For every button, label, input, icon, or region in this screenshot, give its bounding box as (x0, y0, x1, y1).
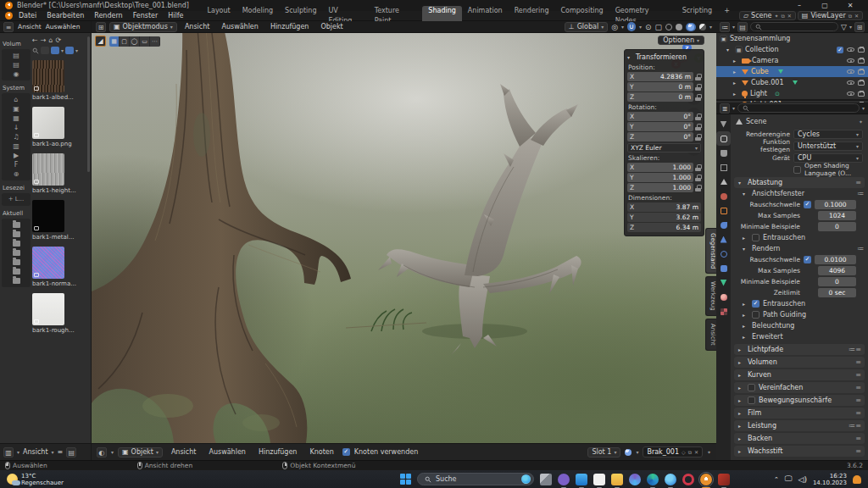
renderengine-dropdown[interactable]: Cycles▾ (793, 130, 863, 139)
store-app-icon[interactable] (593, 474, 605, 485)
desktop-icon[interactable]: ▣ (13, 105, 19, 113)
preset-icon[interactable]: ≔ ≡ (849, 346, 860, 353)
tab-object-data[interactable] (719, 278, 728, 287)
maximize-button[interactable]: ▢ (812, 0, 837, 11)
section-volumes[interactable]: Volum (3, 41, 31, 47)
file-browser-editor-icon[interactable]: ≡ (3, 22, 14, 32)
section-volumen[interactable]: ▸ Volumen ≡ (734, 357, 865, 368)
menu-datei[interactable]: Datei (14, 11, 41, 21)
path-guiding-checkbox[interactable]: ✓ (752, 311, 760, 319)
file-item[interactable]: bark1-albed... (32, 60, 84, 101)
filter-funnel-icon[interactable]: ▽ (841, 23, 847, 31)
pin-icon[interactable]: ✦ (859, 119, 863, 125)
drag-handle-icon[interactable]: ≡ (855, 409, 860, 417)
subsection-render[interactable]: ▾ Rendern ≔ (731, 243, 868, 254)
new-collection-icon[interactable]: ⊞ (854, 22, 865, 32)
outliner-row-camera[interactable]: ▸ Camera (716, 55, 868, 66)
options-button[interactable]: Optionen ▾ (658, 36, 704, 45)
scale-y-field[interactable]: Y1.000 (627, 173, 693, 182)
outliner-search-input[interactable] (750, 22, 838, 31)
image-editor-menu-ansicht[interactable]: Ansicht (23, 448, 48, 456)
viewport-minsamples-field[interactable]: 0 (818, 222, 856, 231)
tab-gegenstand[interactable]: Gegenstand (705, 228, 716, 274)
viewport-menu-objekt[interactable]: Objekt (316, 22, 347, 32)
shield-icon[interactable]: ◇ (682, 449, 686, 455)
file-browser-scrollbar[interactable] (87, 36, 90, 172)
folder-icon[interactable] (13, 222, 20, 228)
tab-particles[interactable] (719, 235, 728, 244)
opera-icon[interactable] (682, 474, 694, 485)
texture-thumbnail-ao[interactable] (32, 107, 64, 139)
display-thumbnail-icon[interactable] (51, 47, 59, 54)
misc-app-icon[interactable] (718, 474, 730, 485)
disable-render-icon[interactable] (858, 69, 865, 75)
start-button[interactable] (400, 474, 411, 485)
properties-editor-icon[interactable]: ≣ (720, 103, 730, 114)
chevron-right-icon[interactable]: ▸ (733, 58, 739, 64)
filter-icon[interactable] (65, 47, 74, 54)
tab-viewlayer[interactable] (719, 163, 728, 172)
file-item[interactable]: bark1-height... (32, 153, 84, 194)
pictures-icon[interactable]: ▥ (13, 142, 19, 150)
viewport-denoise-row[interactable]: ▸ ✓ Entrauschen (731, 232, 868, 243)
transform-panel-header[interactable]: ▾ Transformieren (627, 52, 701, 62)
drag-handle-icon[interactable]: ≡ (855, 447, 860, 455)
shader-menu-knoten[interactable]: Knoten (305, 447, 337, 458)
advanced-row[interactable]: ▸ Erweitert (731, 331, 868, 342)
material-name-field[interactable]: Brak_001 ◇ ⧉ ✕ (643, 446, 703, 458)
snap-magnet-icon[interactable]: ∪ (627, 22, 636, 31)
pin-icon[interactable]: ✦ (707, 449, 711, 455)
videos-icon[interactable]: ▶ (14, 152, 19, 159)
texture-thumbnail-metallic[interactable] (32, 200, 64, 232)
texture-thumbnail-height[interactable] (32, 153, 64, 186)
lock-icon[interactable] (695, 84, 701, 91)
render-noise-checkbox[interactable]: ✓ (804, 256, 811, 263)
documents-icon[interactable]: ▦ (13, 114, 19, 122)
chat-app-icon[interactable] (558, 474, 570, 485)
lock-icon[interactable] (695, 94, 701, 101)
explorer-icon[interactable] (611, 474, 623, 485)
proportional-edit-icon[interactable]: ⊙ (645, 23, 652, 31)
section-vereinfachen[interactable]: ▸ ✓ Vereinfachen ≡ (734, 382, 865, 393)
shader-editor-icon[interactable]: ◐ (97, 447, 107, 458)
lighting-row[interactable]: ▸ Beleuchtung (731, 320, 868, 331)
lock-icon[interactable] (695, 185, 701, 191)
shading-solid-icon[interactable] (676, 24, 682, 30)
music-icon[interactable]: ♫ (13, 133, 19, 141)
hide-eye-icon[interactable] (847, 69, 854, 74)
preset-icon[interactable]: ≔ ≡ (849, 422, 860, 430)
disable-render-icon[interactable] (858, 92, 865, 97)
collection-checkbox[interactable]: ✓ (837, 47, 843, 53)
tab-world[interactable] (719, 191, 728, 201)
outliner-row-collection[interactable]: ▾ ▦ Collection ✓ (716, 44, 868, 55)
downloads-icon[interactable]: ↓ (14, 124, 19, 131)
forward-icon[interactable]: → (41, 36, 47, 44)
drag-handle-icon[interactable]: ≡ (855, 179, 860, 186)
home-icon[interactable]: ⌂ (14, 96, 18, 103)
section-wachsstift[interactable]: ▸ Wachsstift ≡ (734, 446, 865, 457)
copy-icon[interactable]: ⧉ (688, 449, 692, 456)
position-x-field[interactable]: X4.2836 m (627, 72, 693, 81)
display-icon[interactable]: 🖵 (785, 474, 793, 484)
vereinfachen-checkbox[interactable]: ✓ (748, 384, 755, 391)
tab-texture[interactable] (719, 307, 728, 316)
rotation-x-field[interactable]: X0° (627, 112, 693, 121)
network-icon[interactable]: ⊕ (14, 170, 19, 178)
blender-app-icon[interactable] (700, 474, 712, 485)
folder-icon[interactable] (13, 231, 20, 237)
texture-thumbnail-albedo[interactable] (32, 60, 64, 92)
mode-dropdown[interactable]: ▣ Objektmodus ▾ (109, 22, 177, 32)
cursor-tool-icon[interactable]: ◢ (95, 36, 106, 47)
folder-icon[interactable] (13, 259, 20, 265)
featureset-dropdown[interactable]: Unterstützt▾ (793, 141, 863, 151)
drag-handle-icon[interactable]: ≡ (855, 384, 860, 391)
folder-icon[interactable] (13, 250, 20, 256)
section-backen[interactable]: ▸ Backen ≡ (734, 433, 865, 444)
texture-thumbnail-roughness[interactable] (32, 293, 64, 325)
image-editor-icon[interactable]: ▥ (3, 447, 14, 458)
tab-constraints[interactable] (719, 263, 728, 273)
dimensions-z-field[interactable]: Z6.34 m (627, 223, 701, 232)
preset-icon[interactable]: ≔ (857, 245, 863, 252)
tab-material[interactable] (719, 292, 728, 302)
hide-eye-icon[interactable] (847, 47, 854, 52)
